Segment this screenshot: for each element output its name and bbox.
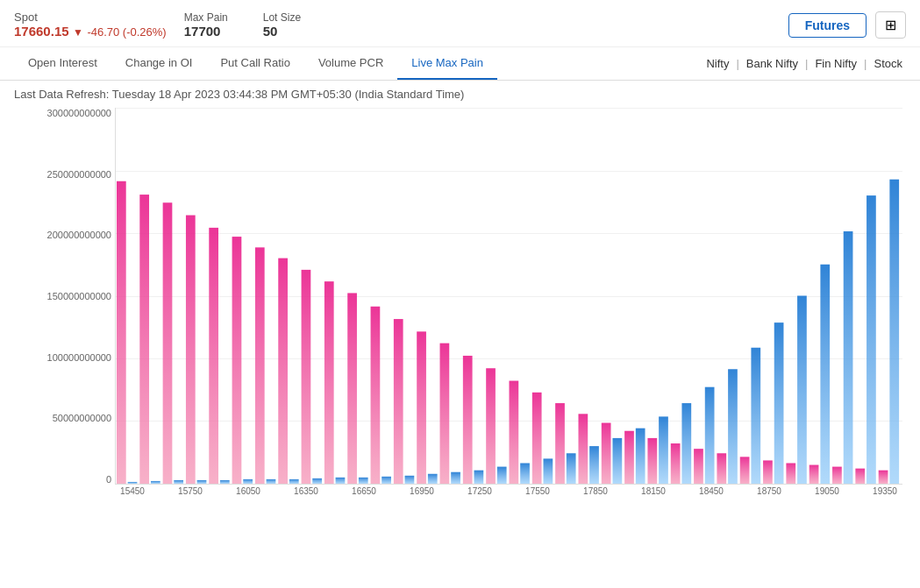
svg-rect-65 xyxy=(844,231,853,484)
maxpain-value: 17700 xyxy=(184,24,228,39)
svg-rect-20 xyxy=(578,414,588,484)
svg-rect-58 xyxy=(681,403,691,484)
market-separator-2: | xyxy=(805,57,808,70)
grid-icon: ⊞ xyxy=(885,18,896,32)
svg-rect-33 xyxy=(879,471,888,484)
maxpain-section: Max Pain 17700 Lot Size 50 xyxy=(184,11,301,39)
svg-rect-50 xyxy=(497,467,507,484)
svg-rect-23 xyxy=(647,438,657,484)
spot-section: Spot 17660.15 ▼ -46.70 (-0.26%) xyxy=(14,11,167,39)
x-label-18150: 18150 xyxy=(636,486,671,496)
svg-rect-4 xyxy=(209,228,218,484)
x-label-17250: 17250 xyxy=(462,486,497,496)
svg-rect-38 xyxy=(220,480,230,484)
svg-rect-11 xyxy=(371,307,381,484)
chart-plot xyxy=(115,108,902,485)
svg-rect-55 xyxy=(612,438,622,484)
x-label-19350: 19350 xyxy=(867,486,902,496)
svg-rect-62 xyxy=(774,322,784,484)
x-label-16650: 16650 xyxy=(346,486,382,496)
svg-rect-19 xyxy=(555,403,565,484)
svg-rect-22 xyxy=(624,431,634,484)
x-label-15450: 15450 xyxy=(115,486,150,496)
svg-rect-7 xyxy=(278,259,288,484)
svg-rect-12 xyxy=(394,319,403,484)
svg-rect-53 xyxy=(567,453,576,484)
svg-rect-18 xyxy=(532,393,542,484)
lotsize-block: Lot Size 50 xyxy=(263,11,301,39)
chart-container: Last Data Refresh: Tuesday 18 Apr 2023 0… xyxy=(0,81,920,511)
header-right: Futures ⊞ xyxy=(788,11,906,39)
x-label-17850: 17850 xyxy=(578,486,613,496)
lotsize-label: Lot Size xyxy=(263,11,301,24)
svg-rect-61 xyxy=(751,348,760,484)
tab-change-in-oi[interactable]: Change in OI xyxy=(111,47,207,80)
svg-rect-64 xyxy=(820,265,830,484)
svg-rect-13 xyxy=(417,331,426,484)
svg-rect-60 xyxy=(728,369,738,484)
svg-rect-36 xyxy=(174,480,183,484)
svg-rect-1 xyxy=(139,195,149,484)
svg-rect-3 xyxy=(186,216,196,484)
svg-rect-54 xyxy=(589,446,599,484)
x-label-15750: 15750 xyxy=(173,486,208,496)
svg-rect-31 xyxy=(832,467,842,484)
svg-rect-21 xyxy=(602,423,611,484)
futures-button[interactable]: Futures xyxy=(788,13,867,38)
svg-rect-46 xyxy=(405,476,415,484)
market-tab-bank-nifty[interactable]: Bank Nifty xyxy=(743,55,802,72)
grid-button[interactable]: ⊞ xyxy=(875,11,906,39)
market-separator-1: | xyxy=(736,57,738,70)
tab-volume-pcr[interactable]: Volume PCR xyxy=(304,47,397,80)
market-tab-fin-nifty[interactable]: Fin Nifty xyxy=(811,55,860,72)
svg-rect-29 xyxy=(786,464,795,484)
market-tab-nifty[interactable]: Nifty xyxy=(702,55,732,72)
tab-open-interest[interactable]: Open Interest xyxy=(14,47,111,80)
svg-rect-47 xyxy=(428,474,438,484)
market-tab-stock[interactable]: Stock xyxy=(870,55,906,72)
down-arrow-icon: ▼ xyxy=(73,26,83,39)
bars-svg xyxy=(116,108,902,484)
svg-rect-5 xyxy=(232,237,242,484)
svg-rect-42 xyxy=(312,478,322,484)
tabs-bar: Open Interest Change in OI Put Call Rati… xyxy=(0,47,920,81)
svg-rect-44 xyxy=(359,478,368,484)
x-label-16950: 16950 xyxy=(404,486,439,496)
svg-rect-52 xyxy=(544,458,553,484)
x-label-19050: 19050 xyxy=(809,486,845,496)
svg-rect-25 xyxy=(694,449,703,484)
svg-rect-9 xyxy=(324,281,334,484)
tab-put-call-ratio[interactable]: Put Call Ratio xyxy=(206,47,303,80)
x-label-17550: 17550 xyxy=(520,486,555,496)
svg-rect-24 xyxy=(671,443,681,484)
lotsize-value: 50 xyxy=(263,24,301,39)
svg-rect-39 xyxy=(243,479,253,484)
market-separator-3: | xyxy=(864,57,867,70)
svg-rect-56 xyxy=(636,429,645,484)
svg-rect-26 xyxy=(717,453,726,484)
svg-rect-40 xyxy=(267,479,276,484)
svg-rect-37 xyxy=(197,480,207,484)
svg-rect-6 xyxy=(255,247,265,484)
x-label-16350: 16350 xyxy=(289,486,324,496)
svg-rect-28 xyxy=(763,460,773,484)
svg-rect-15 xyxy=(463,356,473,484)
y-axis: 300000000000 250000000000 200000000000 1… xyxy=(14,108,115,485)
market-tabs: Nifty | Bank Nifty | Fin Nifty | Stock xyxy=(702,55,906,72)
svg-rect-14 xyxy=(440,344,450,484)
chart-area: 300000000000 250000000000 200000000000 1… xyxy=(14,108,906,511)
svg-rect-57 xyxy=(659,416,668,484)
svg-rect-41 xyxy=(289,479,299,484)
x-label-18750: 18750 xyxy=(752,486,787,496)
svg-rect-35 xyxy=(151,481,160,484)
tab-live-max-pain[interactable]: Live Max Pain xyxy=(397,47,497,80)
svg-rect-51 xyxy=(520,464,530,484)
svg-rect-63 xyxy=(797,296,807,485)
svg-rect-30 xyxy=(809,465,819,484)
svg-rect-67 xyxy=(889,180,899,484)
svg-rect-16 xyxy=(486,368,496,484)
svg-rect-48 xyxy=(451,472,460,484)
spot-label: Spot xyxy=(14,11,167,24)
x-label-18450: 18450 xyxy=(694,486,729,496)
x-label-16050: 16050 xyxy=(231,486,266,496)
